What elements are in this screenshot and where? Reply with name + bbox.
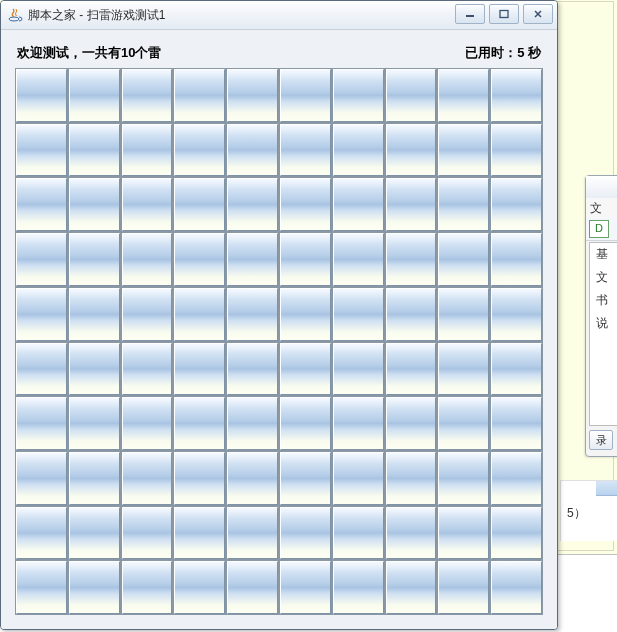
mine-cell[interactable] [491,343,542,396]
mine-cell[interactable] [122,452,173,505]
mine-cell[interactable] [438,561,489,614]
secondary-window-titlebar[interactable] [586,176,617,199]
mine-cell[interactable] [16,343,67,396]
mine-cell[interactable] [491,69,542,122]
mine-cell[interactable] [386,343,437,396]
mine-cell[interactable] [16,397,67,450]
mine-cell[interactable] [69,233,120,286]
mine-cell[interactable] [122,343,173,396]
mine-cell[interactable] [386,561,437,614]
mine-cell[interactable] [438,397,489,450]
mine-cell[interactable] [280,69,331,122]
mine-cell[interactable] [333,343,384,396]
secondary-bottom-tab[interactable]: 录 [589,430,613,450]
mine-cell[interactable] [69,452,120,505]
mine-cell[interactable] [69,69,120,122]
mine-cell[interactable] [227,178,278,231]
secondary-window-menu[interactable]: 文 [586,198,617,219]
mine-cell[interactable] [386,69,437,122]
mine-cell[interactable] [122,69,173,122]
mine-cell[interactable] [491,507,542,560]
mine-cell[interactable] [174,343,225,396]
mine-cell[interactable] [491,178,542,231]
mine-cell[interactable] [69,507,120,560]
mine-cell[interactable] [438,124,489,177]
mine-cell[interactable] [122,288,173,341]
mine-cell[interactable] [438,233,489,286]
mine-cell[interactable] [16,507,67,560]
mine-cell[interactable] [333,288,384,341]
mine-cell[interactable] [386,288,437,341]
maximize-button[interactable] [489,4,519,24]
mine-cell[interactable] [122,561,173,614]
mine-cell[interactable] [227,124,278,177]
mine-cell[interactable] [333,397,384,450]
mine-cell[interactable] [280,288,331,341]
mine-cell[interactable] [69,178,120,231]
mine-cell[interactable] [174,288,225,341]
mine-cell[interactable] [16,178,67,231]
mine-cell[interactable] [491,288,542,341]
mine-cell[interactable] [280,124,331,177]
mine-cell[interactable] [16,124,67,177]
mine-cell[interactable] [122,178,173,231]
mine-cell[interactable] [386,124,437,177]
mine-cell[interactable] [174,178,225,231]
mine-cell[interactable] [69,288,120,341]
mine-cell[interactable] [438,343,489,396]
mine-cell[interactable] [227,397,278,450]
mine-cell[interactable] [386,452,437,505]
mine-cell[interactable] [438,178,489,231]
mine-cell[interactable] [69,124,120,177]
mine-cell[interactable] [174,397,225,450]
mine-cell[interactable] [16,69,67,122]
mine-cell[interactable] [491,397,542,450]
mine-cell[interactable] [174,561,225,614]
mine-cell[interactable] [227,233,278,286]
mine-cell[interactable] [333,124,384,177]
mine-cell[interactable] [69,343,120,396]
mine-cell[interactable] [280,561,331,614]
mine-cell[interactable] [122,124,173,177]
mine-cell[interactable] [174,233,225,286]
mine-cell[interactable] [491,124,542,177]
mine-cell[interactable] [174,452,225,505]
mine-cell[interactable] [491,561,542,614]
mine-cell[interactable] [16,452,67,505]
secondary-toolbar-button[interactable]: D [589,220,609,238]
mine-cell[interactable] [174,507,225,560]
mine-cell[interactable] [333,452,384,505]
mine-cell[interactable] [386,397,437,450]
close-button[interactable] [523,4,553,24]
mine-cell[interactable] [333,507,384,560]
mine-cell[interactable] [122,507,173,560]
mine-cell[interactable] [280,507,331,560]
mine-cell[interactable] [280,233,331,286]
mine-cell[interactable] [69,397,120,450]
mine-cell[interactable] [333,69,384,122]
mine-cell[interactable] [227,452,278,505]
mine-cell[interactable] [122,233,173,286]
mine-cell[interactable] [16,561,67,614]
window-titlebar[interactable]: 脚本之家 - 扫雷游戏测试1 [1,1,557,30]
mine-cell[interactable] [386,507,437,560]
mine-cell[interactable] [227,507,278,560]
mine-cell[interactable] [386,233,437,286]
mine-cell[interactable] [174,69,225,122]
mine-cell[interactable] [386,178,437,231]
minimize-button[interactable] [455,4,485,24]
mine-cell[interactable] [227,561,278,614]
mine-cell[interactable] [438,452,489,505]
mine-cell[interactable] [280,397,331,450]
mine-cell[interactable] [438,69,489,122]
mine-cell[interactable] [69,561,120,614]
mine-cell[interactable] [227,288,278,341]
mine-cell[interactable] [227,69,278,122]
mine-cell[interactable] [333,178,384,231]
mine-cell[interactable] [280,178,331,231]
mine-cell[interactable] [438,288,489,341]
mine-cell[interactable] [491,233,542,286]
mine-cell[interactable] [438,507,489,560]
mine-cell[interactable] [16,233,67,286]
mine-cell[interactable] [333,561,384,614]
